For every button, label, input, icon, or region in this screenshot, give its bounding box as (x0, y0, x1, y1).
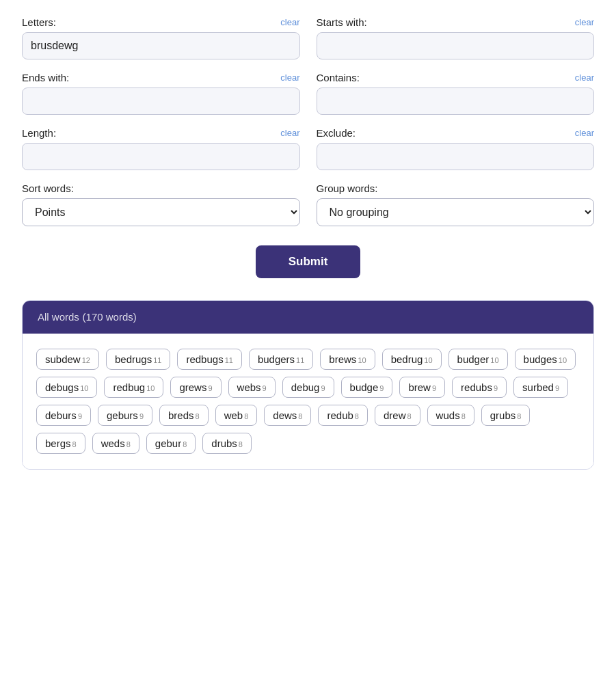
word-text: breds (168, 409, 194, 421)
word-score: 8 (461, 412, 466, 420)
ends-with-clear[interactable]: clear (280, 72, 299, 83)
word-score: 11 (225, 356, 233, 364)
exclude-clear[interactable]: clear (575, 128, 594, 138)
word-text: redubs (461, 381, 492, 393)
length-clear[interactable]: clear (280, 128, 299, 138)
exclude-input[interactable] (317, 143, 595, 170)
list-item: breds8 (159, 405, 209, 426)
word-score: 8 (126, 440, 131, 448)
letters-clear[interactable]: clear (280, 17, 299, 27)
contains-input[interactable] (317, 88, 595, 115)
list-item: bedrugs11 (106, 349, 170, 370)
word-score: 9 (139, 412, 144, 420)
word-score: 11 (153, 356, 161, 364)
word-score: 9 (432, 384, 436, 392)
list-item: web8 (215, 405, 258, 426)
ends-with-field-group: Ends with: clear (22, 72, 300, 115)
submit-button[interactable]: Submit (256, 245, 361, 278)
list-item: deburs9 (36, 405, 91, 426)
word-score: 8 (196, 412, 200, 420)
letters-label-row: Letters: clear (22, 16, 300, 28)
word-text: weds (101, 438, 125, 449)
word-text: bedrugs (115, 353, 152, 365)
word-score: 9 (321, 384, 325, 392)
word-text: grubs (490, 409, 516, 421)
list-item: redubs9 (452, 377, 507, 398)
word-score: 9 (78, 412, 82, 420)
starts-with-clear[interactable]: clear (575, 17, 594, 27)
word-score: 9 (379, 384, 384, 392)
word-score: 9 (208, 384, 212, 392)
word-text: budge (350, 381, 379, 393)
word-text: drew (384, 409, 406, 421)
letters-label: Letters: (22, 16, 56, 28)
group-label: Group words: (317, 183, 595, 194)
word-text: webs (237, 381, 261, 393)
words-grid: subdew12bedrugs11redbugs11budgers11brews… (23, 334, 593, 469)
word-text: brews (329, 353, 356, 365)
results-count: (170 words) (83, 311, 137, 323)
word-text: subdew (45, 353, 81, 365)
list-item: surbed9 (513, 377, 568, 398)
word-score: 9 (555, 384, 559, 392)
word-text: drubs (211, 438, 237, 449)
word-text: redbug (113, 381, 145, 393)
results-header: All words (170 words) (23, 301, 593, 334)
word-score: 8 (183, 440, 187, 448)
word-score: 10 (424, 356, 432, 364)
word-score: 10 (490, 356, 498, 364)
word-score: 8 (517, 412, 521, 420)
group-select[interactable]: No grouping By length By first letter (317, 198, 595, 226)
list-item: geburs9 (98, 405, 152, 426)
list-item: budger10 (448, 349, 508, 370)
length-field-group: Length: clear (22, 127, 300, 170)
group-field-group: Group words: No grouping By length By fi… (317, 183, 595, 226)
word-text: budger (457, 353, 490, 365)
list-item: bergs8 (36, 433, 85, 454)
word-score: 10 (559, 356, 567, 364)
contains-clear[interactable]: clear (575, 72, 594, 83)
list-item: debugs10 (36, 377, 97, 398)
word-score: 10 (80, 384, 88, 392)
list-item: brews10 (320, 349, 375, 370)
letters-input[interactable] (22, 32, 300, 59)
list-item: drew8 (375, 405, 420, 426)
ends-with-input[interactable] (22, 88, 300, 115)
sort-label: Sort words: (22, 183, 300, 194)
list-item: drubs8 (202, 433, 252, 454)
list-item: weds8 (92, 433, 139, 454)
exclude-label: Exclude: (317, 127, 356, 139)
word-text: geburs (107, 409, 138, 421)
word-score: 8 (298, 412, 302, 420)
word-text: wuds (436, 409, 460, 421)
word-text: bedrug (391, 353, 423, 365)
length-input[interactable] (22, 143, 300, 170)
results-container: All words (170 words) subdew12bedrugs11r… (22, 300, 594, 470)
letters-field-group: Letters: clear (22, 16, 300, 59)
list-item: redbug10 (104, 377, 163, 398)
list-item: bedrug10 (382, 349, 442, 370)
word-text: brew (408, 381, 431, 393)
word-score: 9 (263, 384, 267, 392)
starts-with-input[interactable] (317, 32, 595, 59)
length-label-row: Length: clear (22, 127, 300, 139)
word-text: grews (179, 381, 206, 393)
sort-select[interactable]: Points Alphabetical Length (22, 198, 300, 226)
sort-field-group: Sort words: Points Alphabetical Length (22, 183, 300, 226)
submit-row: Submit (22, 245, 594, 278)
list-item: redbugs11 (177, 349, 241, 370)
starts-with-label-row: Starts with: clear (317, 16, 595, 28)
word-score: 12 (82, 356, 90, 364)
results-title: All words (38, 311, 79, 323)
list-item: brew9 (399, 377, 445, 398)
list-item: debug9 (282, 377, 334, 398)
list-item: wuds8 (427, 405, 474, 426)
word-text: web (224, 409, 243, 421)
word-score: 8 (72, 440, 77, 448)
word-score: 8 (244, 412, 248, 420)
word-text: budges (524, 353, 557, 365)
list-item: budgers11 (249, 349, 313, 370)
word-text: debug (291, 381, 320, 393)
list-item: budge9 (341, 377, 393, 398)
word-score: 11 (296, 356, 304, 364)
